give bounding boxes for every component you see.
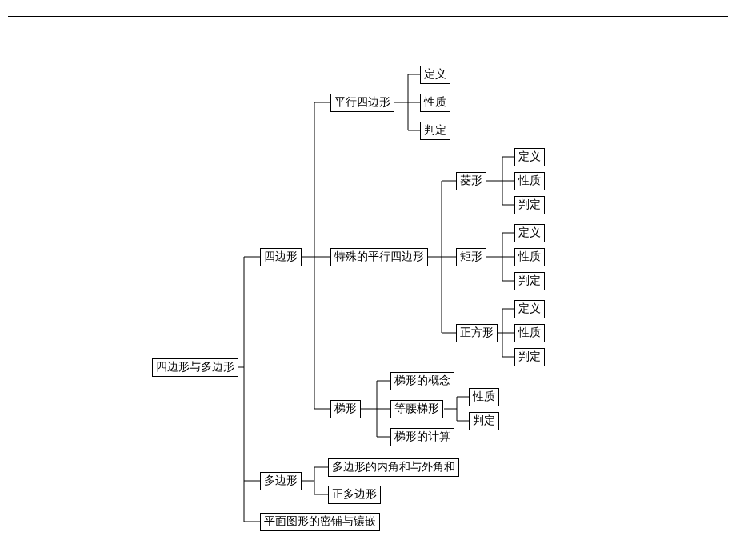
node-rhombus-judge: 判定 — [514, 196, 545, 214]
node-square: 正方形 — [456, 324, 498, 342]
node-par-prop: 性质 — [420, 94, 450, 112]
node-rect-judge: 判定 — [514, 272, 545, 290]
node-root: 四边形与多边形 — [152, 358, 238, 377]
node-trap-calc: 梯形的计算 — [390, 428, 454, 446]
node-quadrilateral: 四边形 — [260, 248, 302, 266]
node-trap-concept: 梯形的概念 — [390, 372, 454, 390]
node-rhombus-def: 定义 — [514, 148, 545, 166]
node-iso-trap: 等腰梯形 — [390, 400, 443, 418]
node-iso-judge: 判定 — [469, 412, 499, 430]
node-rectangle: 矩形 — [456, 248, 486, 266]
node-poly-angles: 多边形的内角和与外角和 — [328, 458, 459, 477]
node-par-def: 定义 — [420, 66, 450, 84]
node-square-prop: 性质 — [514, 324, 545, 342]
diagram-frame: 四边形与多边形 四边形 多边形 平面图形的密铺与镶嵌 平行四边形 特殊的平行四边… — [8, 16, 728, 560]
node-tessellation: 平面图形的密铺与镶嵌 — [260, 513, 380, 531]
node-polygon: 多边形 — [260, 472, 302, 490]
node-rect-prop: 性质 — [514, 248, 545, 266]
node-trapezoid: 梯形 — [330, 400, 361, 418]
node-parallelogram: 平行四边形 — [330, 94, 394, 112]
node-regular-poly: 正多边形 — [328, 486, 381, 504]
node-special-parallelogram: 特殊的平行四边形 — [330, 248, 428, 266]
node-square-judge: 判定 — [514, 348, 545, 366]
node-square-def: 定义 — [514, 300, 545, 318]
node-iso-prop: 性质 — [469, 388, 499, 406]
node-rect-def: 定义 — [514, 224, 545, 242]
node-rhombus-prop: 性质 — [514, 172, 545, 190]
node-par-judge: 判定 — [420, 122, 450, 140]
node-rhombus: 菱形 — [456, 172, 486, 190]
